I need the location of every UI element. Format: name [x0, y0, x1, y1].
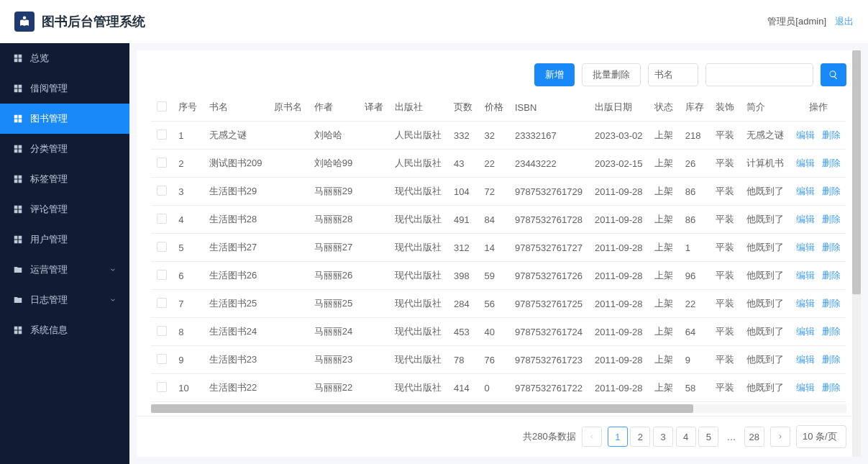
delete-link[interactable]: 删除	[822, 186, 841, 196]
user-label: 管理员[admin]	[767, 15, 826, 28]
edit-link[interactable]: 编辑	[796, 298, 815, 309]
edit-link[interactable]: 编辑	[796, 129, 815, 140]
page-number-4[interactable]: 4	[676, 427, 696, 447]
sidebar-item-9[interactable]: 系统信息	[0, 315, 129, 345]
logout-link[interactable]: 退出	[835, 15, 854, 28]
edit-link[interactable]: 编辑	[796, 326, 815, 337]
header: 图书后台管理系统 管理员[admin] 退出	[0, 0, 868, 43]
edit-link[interactable]: 编辑	[796, 382, 815, 393]
cell-stock: 86	[680, 206, 710, 234]
page-number-5[interactable]: 5	[698, 427, 718, 447]
cell-translator	[359, 234, 389, 262]
page-number-2[interactable]: 2	[630, 427, 650, 447]
row-checkbox[interactable]	[157, 186, 167, 196]
row-checkbox[interactable]	[157, 382, 167, 392]
cell-stock: 218	[680, 122, 710, 150]
table-row: 1无感之谜刘哈哈人民出版社33232233321672023-03-02上架21…	[151, 122, 846, 150]
column-header: 页数	[448, 94, 478, 122]
horizontal-scrollbar[interactable]	[151, 404, 846, 413]
page-number-1[interactable]: 1	[608, 427, 628, 447]
edit-link[interactable]: 编辑	[796, 214, 815, 224]
book-reader-icon	[18, 15, 31, 28]
cell-desc: 他既到了	[741, 374, 790, 402]
delete-link[interactable]: 删除	[822, 270, 841, 281]
search-button[interactable]	[821, 63, 846, 86]
sidebar-item-5[interactable]: 评论管理	[0, 194, 129, 224]
delete-link[interactable]: 删除	[822, 214, 841, 224]
column-header: 简介	[741, 94, 790, 122]
cell-pages: 43	[448, 150, 478, 178]
select-all-checkbox[interactable]	[157, 101, 167, 112]
row-checkbox[interactable]	[157, 354, 167, 364]
grid-icon	[13, 83, 23, 94]
delete-link[interactable]: 删除	[822, 382, 841, 393]
cell-title: 生活图书22	[204, 374, 269, 402]
row-checkbox[interactable]	[157, 270, 167, 280]
app-logo	[14, 12, 35, 32]
page-size-select[interactable]: 10 条/页	[796, 425, 846, 448]
row-checkbox[interactable]	[157, 214, 167, 224]
delete-link[interactable]: 删除	[822, 326, 841, 337]
table-row: 3生活图书29马丽丽29现代出版社1047297875327617292011-…	[151, 178, 846, 206]
add-button[interactable]: 新增	[534, 63, 575, 86]
cell-binding: 平装	[710, 122, 740, 150]
cell-binding: 平装	[710, 206, 740, 234]
sidebar-item-label: 总览	[30, 52, 49, 65]
delete-link[interactable]: 删除	[822, 354, 841, 365]
sidebar-item-1[interactable]: 借阅管理	[0, 73, 129, 104]
column-header: 状态	[649, 94, 679, 122]
edit-link[interactable]: 编辑	[796, 354, 815, 365]
prev-page-button[interactable]	[582, 427, 602, 447]
sidebar-item-2[interactable]: 图书管理	[0, 104, 129, 134]
search-input[interactable]	[705, 63, 813, 86]
sidebar-item-8[interactable]: 日志管理	[0, 285, 129, 315]
vertical-scrollbar[interactable]	[852, 50, 861, 457]
delete-link[interactable]: 删除	[822, 298, 841, 309]
cell-isbn: 9787532761723	[509, 346, 589, 374]
table-row: 10生活图书22马丽丽22现代出版社414097875327617222011-…	[151, 374, 846, 402]
row-checkbox[interactable]	[157, 242, 167, 252]
row-checkbox[interactable]	[157, 158, 167, 168]
edit-link[interactable]: 编辑	[796, 158, 815, 168]
cell-translator	[359, 346, 389, 374]
cell-pages: 491	[448, 206, 478, 234]
sidebar-item-6[interactable]: 用户管理	[0, 224, 129, 255]
table-row: 6生活图书26马丽丽26现代出版社3985997875327617262011-…	[151, 262, 846, 290]
sidebar-item-4[interactable]: 标签管理	[0, 164, 129, 194]
row-checkbox[interactable]	[157, 298, 167, 308]
column-header: ISBN	[509, 94, 589, 122]
edit-link[interactable]: 编辑	[796, 186, 815, 196]
cell-price: 84	[479, 206, 509, 234]
cell-price: 59	[479, 262, 509, 290]
grid-icon	[13, 325, 23, 335]
next-page-button[interactable]	[770, 427, 790, 447]
delete-link[interactable]: 删除	[822, 129, 841, 140]
sidebar-item-7[interactable]: 运营管理	[0, 255, 129, 285]
cell-title: 生活图书24	[204, 318, 269, 346]
sidebar-item-0[interactable]: 总览	[0, 43, 129, 73]
grid-icon	[13, 204, 23, 214]
row-checkbox[interactable]	[157, 326, 167, 336]
cell-publisher: 现代出版社	[389, 262, 448, 290]
cell-pubdate: 2011-09-28	[589, 206, 649, 234]
cell-binding: 平装	[710, 178, 740, 206]
folder-icon	[13, 295, 23, 305]
cell-pages: 78	[448, 346, 478, 374]
delete-link[interactable]: 删除	[822, 158, 841, 168]
row-checkbox[interactable]	[157, 129, 167, 140]
cell-translator	[359, 290, 389, 318]
cell-translator	[359, 150, 389, 178]
column-header: 译者	[359, 94, 389, 122]
sidebar-item-3[interactable]: 分类管理	[0, 134, 129, 164]
cell-pubdate: 2011-09-28	[589, 234, 649, 262]
search-field-select[interactable]: 书名	[648, 63, 698, 86]
batch-delete-button[interactable]: 批量删除	[582, 63, 641, 86]
cell-price: 0	[479, 374, 509, 402]
delete-link[interactable]: 删除	[822, 242, 841, 253]
edit-link[interactable]: 编辑	[796, 242, 815, 253]
cell-price: 56	[479, 290, 509, 318]
cell-pubdate: 2011-09-28	[589, 318, 649, 346]
page-number-3[interactable]: 3	[653, 427, 673, 447]
page-number-28[interactable]: 28	[744, 427, 764, 447]
edit-link[interactable]: 编辑	[796, 270, 815, 281]
